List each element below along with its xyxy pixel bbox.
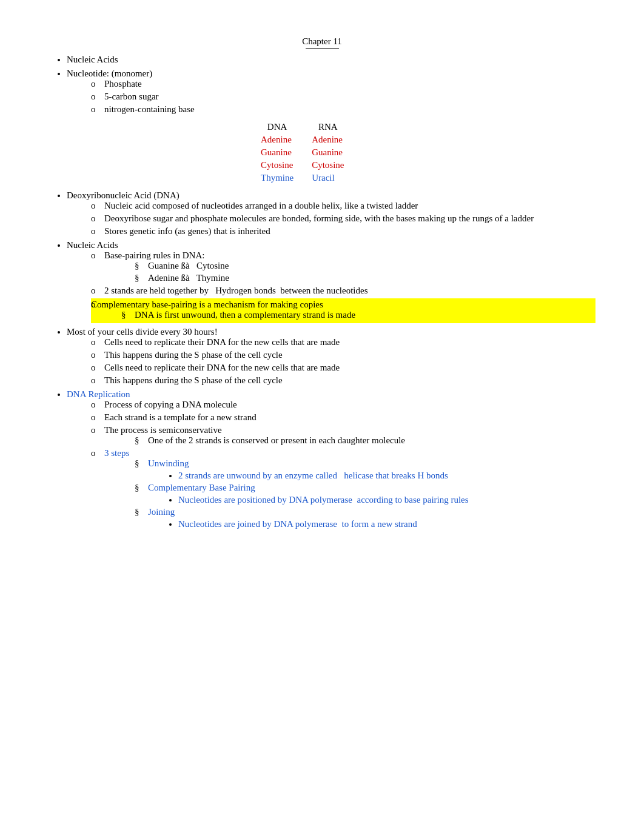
dna-header: DNA [261, 121, 312, 133]
dna-rna-table: DNA RNA Adenine Adenine [261, 121, 595, 184]
sub-item-hydrogen-bonds: 2 stands are held together by Hydrogen b… [91, 286, 595, 296]
table-cell-adenine-rna: Adenine [312, 133, 362, 146]
table-cell-thymine-dna: Thymine [261, 172, 312, 184]
bullet-item-dna-polymerase-join: Nucleotides are joined by DNA polymerase… [178, 519, 595, 529]
section-item-adenine-thymine: Adenine ßà Thymine [135, 273, 595, 283]
list-item-dna: Deoxyribonucleic Acid (DNA) Nucleic acid… [67, 190, 595, 236]
sub-item-base-pairing-rules: Base-pairing rules in DNA: Guanine ßà Cy… [91, 250, 595, 283]
section-item-guanine-cytosine: Guanine ßà Cytosine [135, 261, 595, 271]
title-underline [306, 48, 339, 49]
sub-item-nitrogen: nitrogen-containing base [91, 104, 595, 115]
table-cell-cytosine-rna: Cytosine [312, 159, 362, 172]
sub-item-3steps: 3 steps Unwinding 2 strands are unwound … [91, 448, 595, 529]
sub-item-replicate-1: Cells need to replicate their DNA for th… [91, 337, 595, 347]
sub-item-genetic-info: Stores genetic info (as genes) that is i… [91, 226, 595, 236]
sub-item-phosphate: Phosphate [91, 79, 595, 89]
sub-item-template: Each strand is a template for a new stra… [91, 412, 595, 423]
list-item-nucleic-acids-2: Nucleic Acids Base-pairing rules in DNA:… [67, 240, 595, 323]
sub-item-deoxyribose: Deoxyribose sugar and phosphate molecule… [91, 213, 595, 224]
table-cell-guanine-rna: Guanine [312, 146, 362, 159]
table-cell-adenine-dna: Adenine [261, 133, 312, 146]
section-item-unwinding: Unwinding 2 strands are unwound by an en… [135, 458, 595, 481]
sub-item-5carbon: 5-carbon sugar [91, 92, 595, 102]
rna-header: RNA [312, 121, 362, 133]
section-item-joining: Joining Nucleotides are joined by DNA po… [135, 507, 595, 529]
list-item-nucleotide: Nucleotide: (monomer) Phosphate 5-carbon… [67, 69, 595, 184]
main-content: Nucleic Acids Nucleotide: (monomer) Phos… [49, 55, 595, 529]
bullet-item-helicase: 2 strands are unwound by an enzyme calle… [178, 471, 595, 481]
page-container: Chapter 11 Nucleic Acids Nucleotide: (mo… [49, 36, 595, 529]
section-item-complementary-base-pairing-step: Complementary Base Pairing Nucleotides a… [135, 483, 595, 505]
list-item-nucleic-acids: Nucleic Acids [67, 55, 595, 65]
section-item-conserved: One of the 2 strands is conserved or pre… [135, 435, 595, 446]
sub-item-replicate-2: Cells need to replicate their DNA for th… [91, 363, 595, 373]
page-title: Chapter 11 [49, 36, 595, 49]
list-item-dna-replication: DNA Replication Process of copying a DNA… [67, 389, 595, 529]
sub-item-s-phase-1: This happens during the S phase of the c… [91, 350, 595, 360]
bullet-item-dna-polymerase-position: Nucleotides are positioned by DNA polyme… [178, 495, 595, 505]
sub-item-complementary-base-pairing: Complementary base-pairing is a mechanis… [91, 298, 595, 323]
sub-item-s-phase-2: This happens during the S phase of the c… [91, 375, 595, 386]
list-item-cells-divide: Most of your cells divide every 30 hours… [67, 327, 595, 386]
sub-item-double-helix: Nucleic acid composed of nucleotides arr… [91, 201, 595, 211]
table-cell-cytosine-dna: Cytosine [261, 159, 312, 172]
sub-item-semiconservative: The process is semiconservative One of t… [91, 425, 595, 446]
table-cell-uracil-rna: Uracil [312, 172, 362, 184]
table-cell-guanine-dna: Guanine [261, 146, 312, 159]
section-item-dna-unwound: DNA is first unwound, then a complementa… [121, 310, 595, 320]
title-text: Chapter 11 [49, 36, 595, 47]
sub-item-copying: Process of copying a DNA molecule [91, 400, 595, 410]
